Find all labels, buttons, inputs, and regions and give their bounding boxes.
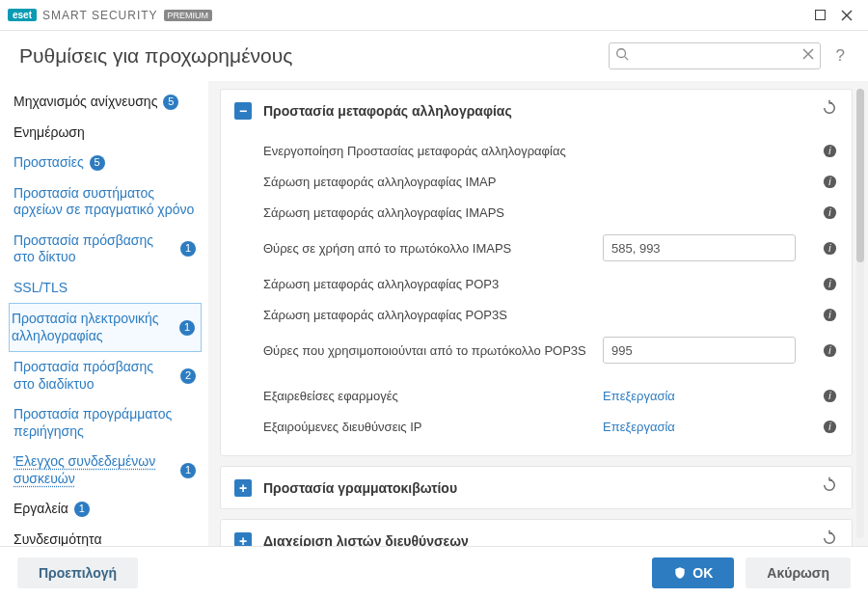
panel-title: Προστασία γραμματοκιβωτίου: [263, 480, 457, 496]
revert-button[interactable]: [821, 99, 838, 122]
help-button[interactable]: ?: [832, 46, 849, 66]
svg-line-4: [624, 57, 628, 61]
row-scan-pop3s: Σάρωση μεταφοράς αλληλογραφίας POP3S i: [263, 299, 838, 330]
brand: eset SMART SECURITY PREMIUM: [8, 9, 212, 22]
sidebar-item-label: Προστασία προγράμματος περιήγησης: [14, 406, 196, 440]
undo-icon: [821, 476, 838, 494]
imaps-ports-input[interactable]: [603, 234, 796, 261]
sidebar-badge: 1: [180, 241, 196, 257]
sidebar-item-tools[interactable]: Εργαλεία1: [9, 494, 202, 525]
row-label: Εξαιρεθείσες εφαρμογές: [263, 389, 591, 403]
main-scrollbar[interactable]: [856, 89, 864, 538]
svg-rect-0: [815, 11, 825, 20]
info-button[interactable]: i: [821, 173, 838, 190]
sidebar-item-label: Μηχανισμός ανίχνευσης: [14, 94, 157, 111]
page-title: Ρυθμίσεις για προχωρημένους: [19, 44, 597, 68]
close-icon: [841, 10, 853, 21]
sidebar-item-label: Ενημέρωση: [14, 124, 85, 142]
panel-title: Προστασία μεταφοράς αλληλογραφίας: [263, 103, 512, 119]
search-box: [609, 42, 821, 69]
revert-button[interactable]: [821, 476, 838, 499]
eset-logo: eset: [8, 9, 37, 21]
info-button[interactable]: i: [821, 306, 838, 323]
sidebar: Μηχανισμός ανίχνευσης5 Ενημέρωση Προστασ…: [0, 81, 208, 546]
preset-button[interactable]: Προεπιλογή: [17, 557, 138, 588]
panel-header[interactable]: − Προστασία μεταφοράς αλληλογραφίας: [221, 90, 852, 131]
header: Ρυθμίσεις για προχωρημένους ?: [0, 31, 868, 81]
row-imaps-ports: Θύρες σε χρήση από το πρωτόκολλο IMAPS i: [263, 228, 838, 268]
window-maximize-button[interactable]: [806, 2, 833, 29]
panel-header[interactable]: + Προστασία γραμματοκιβωτίου: [221, 467, 852, 508]
search-clear-button[interactable]: [802, 47, 814, 63]
sidebar-item-label: SSL/TLS: [14, 280, 68, 297]
sidebar-badge: 1: [74, 502, 90, 517]
sidebar-item-protections[interactable]: Προστασίες5: [9, 148, 202, 178]
row-label: Σάρωση μεταφοράς αλληλογραφίας POP3S: [263, 308, 591, 322]
sidebar-item-label: Προστασία ηλεκτρονικής αλληλογραφίας: [12, 311, 174, 344]
titlebar: eset SMART SECURITY PREMIUM: [0, 0, 868, 31]
panel-title: Διαχείριση λιστών διευθύνσεων: [263, 533, 469, 547]
info-button[interactable]: i: [821, 142, 838, 159]
row-label: Σάρωση μεταφοράς αλληλογραφίας IMAPS: [263, 205, 591, 220]
edit-excluded-ips-link[interactable]: Επεξεργασία: [603, 420, 675, 434]
sidebar-item-label: Προστασία συστήματος αρχείων σε πραγματι…: [14, 185, 196, 219]
pop3s-ports-input[interactable]: [603, 337, 796, 364]
sidebar-item-label: Εργαλεία: [14, 501, 68, 518]
shield-icon: [673, 566, 687, 580]
cancel-button[interactable]: Ακύρωση: [746, 557, 851, 588]
row-label: Σάρωση μεταφοράς αλληλογραφίας POP3: [263, 277, 591, 291]
window-close-button[interactable]: [833, 2, 860, 29]
sidebar-item-label: Προστασία πρόσβασης στο δίκτυο: [14, 232, 175, 266]
panel-address-list-management: + Διαχείριση λιστών διευθύνσεων: [220, 519, 853, 546]
svg-point-3: [616, 49, 625, 58]
search-input[interactable]: [609, 42, 821, 69]
sidebar-item-email-protection[interactable]: Προστασία ηλεκτρονικής αλληλογραφίας1: [9, 303, 202, 352]
ok-button[interactable]: OK: [652, 557, 734, 588]
sidebar-badge: 2: [180, 368, 196, 384]
collapse-icon[interactable]: −: [234, 102, 252, 120]
undo-icon: [821, 99, 838, 117]
info-button[interactable]: i: [821, 387, 838, 404]
sidebar-badge: 1: [179, 320, 195, 336]
sidebar-item-update[interactable]: Ενημέρωση: [9, 118, 202, 149]
search-icon: [615, 47, 629, 64]
sidebar-item-label: Συνδεσιμότητα: [14, 531, 102, 547]
sidebar-item-web-access[interactable]: Προστασία πρόσβασης στο διαδίκτυο2: [9, 352, 202, 399]
info-button[interactable]: i: [821, 418, 838, 435]
edit-excluded-apps-link[interactable]: Επεξεργασία: [603, 389, 675, 403]
sidebar-item-detection-engine[interactable]: Μηχανισμός ανίχνευσης5: [9, 87, 202, 118]
footer: Προεπιλογή OK Ακύρωση: [0, 546, 868, 598]
product-name: SMART SECURITY: [42, 9, 158, 22]
sidebar-badge: 5: [90, 155, 105, 171]
row-label: Σάρωση μεταφοράς αλληλογραφίας IMAP: [263, 175, 591, 189]
sidebar-item-connectivity[interactable]: Συνδεσιμότητα: [9, 525, 202, 547]
expand-icon[interactable]: +: [234, 532, 252, 547]
revert-button[interactable]: [821, 530, 838, 546]
info-button[interactable]: i: [821, 239, 838, 257]
expand-icon[interactable]: +: [234, 479, 252, 497]
sidebar-item-browser-protection[interactable]: Προστασία προγράμματος περιήγησης: [9, 399, 202, 447]
sidebar-badge: 1: [180, 463, 196, 478]
ok-label: OK: [692, 565, 713, 581]
maximize-icon: [815, 10, 826, 20]
row-scan-pop3: Σάρωση μεταφοράς αλληλογραφίας POP3 i: [263, 268, 838, 299]
info-button[interactable]: i: [821, 341, 838, 359]
info-button[interactable]: i: [821, 275, 838, 292]
sidebar-item-network-access[interactable]: Προστασία πρόσβασης στο δίκτυο1: [9, 226, 202, 273]
panel-mailbox-protection: + Προστασία γραμματοκιβωτίου: [220, 466, 853, 509]
scrollbar-thumb[interactable]: [856, 89, 864, 262]
row-scan-imap: Σάρωση μεταφοράς αλληλογραφίας IMAP i: [263, 166, 838, 197]
clear-icon: [802, 48, 814, 60]
row-label: Θύρες σε χρήση από το πρωτόκολλο IMAPS: [263, 241, 591, 256]
sidebar-item-ssl-tls[interactable]: SSL/TLS: [9, 273, 202, 304]
sidebar-item-label: Προστασίες: [14, 154, 84, 172]
info-button[interactable]: i: [821, 204, 838, 221]
sidebar-item-label: Προστασία πρόσβασης στο διαδίκτυο: [14, 359, 175, 393]
sidebar-badge: 5: [163, 95, 178, 110]
panel-header[interactable]: + Διαχείριση λιστών διευθύνσεων: [221, 520, 852, 546]
sidebar-item-realtime-fs[interactable]: Προστασία συστήματος αρχείων σε πραγματι…: [9, 178, 202, 226]
panel-mail-transport-protection: − Προστασία μεταφοράς αλληλογραφίας Ενερ…: [220, 89, 853, 456]
sidebar-item-device-control[interactable]: Έλεγχος συνδεδεμένων συσκευών1: [9, 447, 202, 494]
row-label: Θύρες που χρησιμοποιούνται από το πρωτόκ…: [263, 343, 591, 358]
row-label: Ενεργοποίηση Προστασίας μεταφοράς αλληλο…: [263, 144, 591, 158]
